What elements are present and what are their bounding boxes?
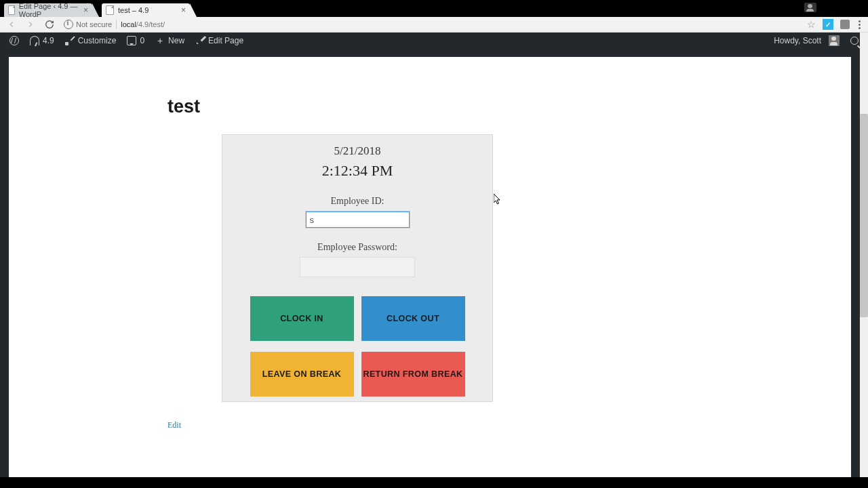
new-label: New (168, 36, 184, 45)
comment-icon (127, 36, 136, 45)
scrollbar-thumb[interactable] (860, 114, 868, 317)
comment-count: 0 (140, 36, 144, 45)
customize-label: Customize (78, 36, 117, 45)
employee-id-label: Employee ID: (331, 196, 384, 207)
browser-tabstrip: Edit Page ‹ 4.9 — WordP × test – 4.9 × (0, 3, 868, 17)
page-title: test (167, 96, 200, 117)
dashboard-icon (30, 36, 39, 45)
file-icon (106, 5, 114, 15)
pencil-icon (195, 36, 205, 45)
tab-title: Edit Page ‹ 4.9 — WordP (19, 2, 83, 18)
wp-logo-button[interactable] (4, 33, 24, 49)
site-name: 4.9 (43, 36, 54, 45)
avatar-icon (829, 35, 840, 46)
security-status: Not secure (76, 20, 112, 28)
forward-button[interactable] (24, 18, 37, 30)
divider (116, 20, 117, 29)
wordpress-icon (9, 36, 19, 45)
plus-icon: + (155, 36, 165, 45)
arrow-right-icon (26, 20, 35, 29)
tab-shape-end (190, 3, 197, 17)
search-icon (850, 37, 859, 45)
new-button[interactable]: +New (150, 33, 190, 49)
tab-title: test – 4.9 (118, 6, 149, 14)
customize-button[interactable]: Customize (60, 33, 122, 49)
content-viewport: test 5/21/2018 2:12:34 PM Employee ID: E… (0, 49, 860, 477)
employee-password-input[interactable] (300, 257, 415, 277)
address-bar[interactable]: Not secure local/4.9/test/ (64, 18, 802, 30)
file-icon (8, 5, 15, 15)
extension-icon[interactable]: ✓ (823, 19, 833, 30)
tab-test[interactable]: test – 4.9 × (102, 3, 190, 17)
vertical-scrollbar[interactable] (860, 33, 868, 477)
tab-shape-end (92, 3, 99, 17)
edit-link[interactable]: Edit (167, 420, 181, 430)
comments-button[interactable]: 0 (121, 33, 150, 49)
url-host: local (121, 20, 136, 28)
clock-in-button[interactable]: CLOCK IN (250, 296, 354, 341)
close-icon[interactable]: × (83, 5, 88, 15)
howdy-text: Howdy, Scott (774, 36, 821, 45)
timeclock-widget: 5/21/2018 2:12:34 PM Employee ID: Employ… (222, 134, 493, 402)
current-time: 2:12:34 PM (322, 162, 393, 180)
bookmark-icon[interactable]: ☆ (807, 19, 816, 30)
button-grid: CLOCK IN CLOCK OUT LEAVE ON BREAK RETURN… (250, 296, 465, 396)
employee-password-label: Employee Password: (317, 242, 397, 253)
edit-page-label: Edit Page (208, 36, 243, 45)
page-body: test 5/21/2018 2:12:34 PM Employee ID: E… (9, 57, 851, 477)
window-bottom-border (0, 477, 868, 488)
howdy-button[interactable]: Howdy, Scott (768, 33, 845, 49)
reload-button[interactable] (43, 18, 56, 30)
wp-admin-bar: 4.9 Customize 0 +New Edit Page Howdy, Sc… (0, 33, 868, 49)
leave-on-break-button[interactable]: LEAVE ON BREAK (250, 352, 354, 396)
clock-out-button[interactable]: CLOCK OUT (361, 296, 465, 341)
tab-edit-page[interactable]: Edit Page ‹ 4.9 — WordP × (4, 3, 92, 17)
browser-toolbar: Not secure local/4.9/test/ ☆ ✓ (0, 17, 868, 33)
reload-icon (45, 20, 54, 29)
info-icon (64, 20, 73, 29)
menu-icon[interactable] (856, 20, 863, 29)
return-from-break-button[interactable]: RETURN FROM BREAK (361, 352, 465, 396)
edit-page-button[interactable]: Edit Page (190, 33, 249, 49)
extension-icon[interactable] (840, 20, 850, 29)
url-path: /4.9/test/ (136, 20, 165, 28)
current-date: 5/21/2018 (334, 144, 381, 158)
close-icon[interactable]: × (181, 5, 186, 15)
back-button[interactable] (5, 18, 18, 30)
brush-icon (65, 36, 75, 45)
arrow-left-icon (7, 20, 16, 29)
site-name-button[interactable]: 4.9 (24, 33, 60, 49)
employee-id-input[interactable] (305, 211, 410, 228)
